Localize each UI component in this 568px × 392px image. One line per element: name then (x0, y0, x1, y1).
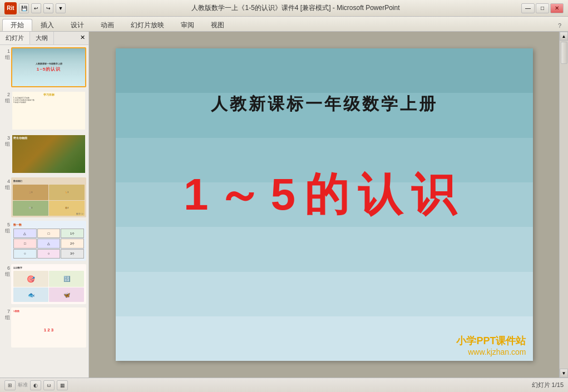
minimize-button[interactable]: — (521, 3, 535, 13)
panel-close-button[interactable]: ✕ (77, 32, 88, 44)
slide-stripe-6 (116, 272, 533, 316)
slide-num-1: 1组 (2, 48, 10, 61)
tab-design[interactable]: 设计 (62, 19, 92, 31)
save-button[interactable]: 💾 (19, 3, 29, 13)
redo-button[interactable]: ↪ (43, 3, 53, 13)
panel-tabs: 幻灯片 大纲 ✕ (0, 32, 88, 45)
tab-slideshow[interactable]: 幻灯片放映 (122, 19, 172, 31)
scroll-up-button[interactable]: ▲ (560, 32, 568, 41)
slide-item-6[interactable]: 6组 认识数字 🎯 🔢 🐟 🦋 (2, 264, 86, 304)
status-icons[interactable]: ⊞ 标准 ◐ ω ▦ (4, 380, 68, 390)
slide-item-4[interactable]: 4组 数动物们 🐒 1 🦒 2 🐘 3 🦁 4 数字 1~ (2, 177, 86, 217)
maximize-button[interactable]: □ (536, 3, 549, 13)
status-icon-grid[interactable]: ▦ (57, 380, 68, 390)
slide-item-3[interactable]: 3组 野生动物园 (2, 134, 86, 174)
slide-num-3: 3组 (2, 135, 10, 147)
status-icon-wave[interactable]: ω (43, 380, 55, 390)
watermark: 小学PPT课件站 www.kjzhan.com (456, 334, 526, 356)
slide-item-1[interactable]: 1组 人教新课标一年级数学上册 1~5的认识 (2, 47, 86, 87)
watermark-line2: www.kjzhan.com (456, 348, 526, 356)
window-title: 人教版数学一上《1-5的认识》课件4 [兼容模式] - Microsoft Po… (70, 3, 521, 13)
slide-stripe-1 (116, 48, 533, 93)
tab-review[interactable]: 审阅 (172, 19, 202, 31)
slide-num-6: 6组 (2, 265, 10, 277)
status-icon-moon[interactable]: ◐ (30, 380, 41, 390)
title-bar: Rit 💾 ↩ ↪ ▼ 人教版数学一上《1-5的认识》课件4 [兼容模式] - … (0, 0, 568, 17)
ribbon: 开始 插入 设计 动画 幻灯片放映 审阅 视图 ? (0, 17, 568, 32)
slide-thumb-3[interactable]: 野生动物园 (11, 134, 86, 174)
main-slide[interactable]: 人教新课标一年级数学上册 1～5的认识 小学PPT课件站 www.kjzhan.… (116, 48, 533, 361)
slide-stripe-5 (116, 227, 533, 271)
slide-main-text: 1～5的认识 (116, 165, 533, 225)
status-bar: ⊞ 标准 ◐ ω ▦ 幻灯片 1/15 (0, 378, 568, 392)
slide-panel: 幻灯片 大纲 ✕ 1组 人教新课标一年级数学上册 1~5的认识 2组 (0, 32, 89, 378)
slide-thumb-2[interactable]: 学习目标 1. 会正确读写1-5各数 2. 会用1-5各数表示物体个数 3. 知… (11, 91, 86, 131)
tab-outline[interactable]: 大纲 (30, 32, 54, 44)
scroll-track[interactable] (560, 41, 568, 369)
main-area: 幻灯片 大纲 ✕ 1组 人教新课标一年级数学上册 1~5的认识 2组 (0, 32, 568, 378)
slides-list[interactable]: 1组 人教新课标一年级数学上册 1~5的认识 2组 学习目标 1. 会正确读写1… (0, 45, 88, 378)
tab-start[interactable]: 开始 (2, 19, 32, 31)
slide-title: 人教新课标一年级数学上册 (116, 93, 533, 116)
slide-3-title: 野生动物园 (13, 136, 27, 140)
undo-button[interactable]: ↩ (31, 3, 41, 13)
slide-item-7[interactable]: 7组 1.数数 1 2 3 (2, 307, 86, 348)
slide-num-7: 7组 (2, 309, 10, 321)
tab-insert[interactable]: 插入 (32, 19, 62, 31)
ribbon-tabs: 开始 插入 设计 动画 幻灯片放映 审阅 视图 ? (0, 17, 568, 31)
status-icon-normal[interactable]: ⊞ (4, 380, 16, 390)
slide-thumb-5[interactable]: 数一数 △ □ 1个 □ △ 2个 ○ ○ 3个 (11, 221, 86, 261)
slide-item-5[interactable]: 5组 数一数 △ □ 1个 □ △ 2个 ○ ○ 3个 (2, 221, 86, 261)
slide-num-4: 4组 (2, 178, 10, 191)
slide-num-5: 5组 (2, 222, 10, 234)
help-icon[interactable]: ? (554, 20, 566, 31)
content-area: 人教新课标一年级数学上册 1～5的认识 小学PPT课件站 www.kjzhan.… (89, 32, 559, 378)
scroll-down-button[interactable]: ▼ (560, 369, 568, 378)
window-controls[interactable]: — □ ✕ (521, 3, 564, 13)
watermark-line1: 小学PPT课件站 (456, 334, 526, 348)
tab-animation[interactable]: 动画 (92, 19, 122, 31)
close-button[interactable]: ✕ (550, 3, 564, 13)
tab-slides[interactable]: 幻灯片 (0, 32, 30, 44)
slide-thumb-7[interactable]: 1.数数 1 2 3 (11, 307, 86, 348)
slide-item-2[interactable]: 2组 学习目标 1. 会正确读写1-5各数 2. 会用1-5各数表示物体个数 3… (2, 91, 86, 131)
customize-button[interactable]: ▼ (56, 3, 66, 13)
slide-thumb-6[interactable]: 认识数字 🎯 🔢 🐟 🦋 (11, 264, 86, 304)
quick-access-toolbar[interactable]: 💾 ↩ ↪ ▼ (19, 3, 66, 13)
slide-num-2: 2组 (2, 92, 10, 104)
app-icon: Rit (4, 2, 17, 14)
scroll-thumb[interactable] (561, 42, 567, 64)
slide-info: 幻灯片 1/15 (532, 381, 564, 389)
tab-view[interactable]: 视图 (202, 19, 233, 31)
slide-thumb-4[interactable]: 数动物们 🐒 1 🦒 2 🐘 3 🦁 4 数字 1~ (11, 177, 86, 217)
right-scrollbar[interactable]: ▲ ▼ (559, 32, 568, 378)
slide-thumb-1[interactable]: 人教新课标一年级数学上册 1~5的认识 (11, 47, 86, 87)
